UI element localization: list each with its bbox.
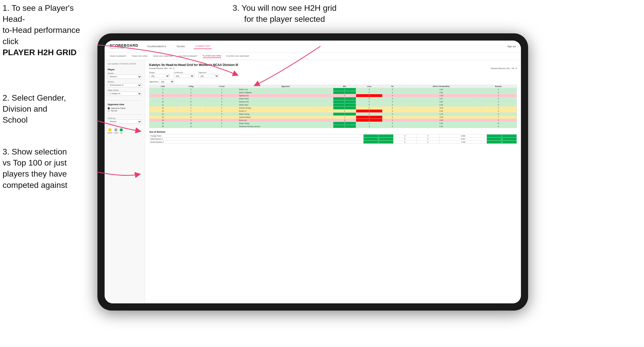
- record-row: Overall Record: 353 - 34 - 6 Division Re…: [149, 67, 517, 70]
- conference-filter[interactable]: (All): [174, 74, 194, 78]
- sign-out[interactable]: Sign out: [507, 45, 516, 48]
- region-filter[interactable]: (All): [149, 74, 170, 78]
- th-diff: Diff Av Strokes/Rnd: [402, 85, 480, 88]
- out-of-division-row: Foreign Team 1 0 0 4.500 2: [149, 134, 517, 138]
- subnav-team-h2h-heatmap[interactable]: TEAM H2H HEATMAP: [153, 54, 174, 58]
- subnav-player-h2h-grid[interactable]: PLAYER H2H GRID: [203, 54, 221, 58]
- timestamp: Last Updated: 27/03/2024 16:55:38: [108, 63, 142, 65]
- th-opponent: Opponent: [238, 85, 333, 88]
- out-of-division-table: Foreign Team 1 0 0 4.500 2 NAIA Division…: [149, 134, 517, 144]
- tablet-frame: SCOREBOARD Powered by clippd TOURNAMENTS…: [97, 33, 528, 311]
- content-area: Katelyn Vo Head-to-Head Grid for Women's…: [145, 60, 521, 303]
- th-rounds: Rounds: [480, 85, 517, 88]
- table-row: 11 2 5 Heejo Hyun 1 0 0 3.33 3: [149, 103, 517, 107]
- table-row: 18 2 2 Euna Lee 0 2 0 -5.00 2: [149, 119, 517, 122]
- instruction-top-right: 3. You will now see H2H gridfor the play…: [210, 3, 359, 25]
- radio-top100[interactable]: Top 100: [108, 110, 142, 112]
- table-row: 5 2 2 Alexis Sudjianto 1 0 0 4.00 3: [149, 91, 517, 94]
- th-loss: Loss: [356, 85, 382, 88]
- instruction-top-left: 1. To see a Player's Head- to-Head perfo…: [3, 3, 97, 58]
- division-label: Division: [108, 81, 142, 83]
- opponent-filter[interactable]: (All): [198, 74, 219, 78]
- th-win: Win: [333, 85, 356, 88]
- colour-by-label: Colour by: [108, 117, 142, 119]
- instruction-bottom-left: 3. Show selection vs Top 100 or just pla…: [3, 146, 90, 191]
- legend: Down Level Up: [108, 128, 142, 134]
- table-row: 9 1 4 Sharon Mun 1 0 0 3.67 3: [149, 97, 517, 100]
- opponents-select[interactable]: (All): [159, 80, 174, 84]
- out-of-division-row: NAIA Division 1 15 0 0 9.267 30: [149, 138, 517, 141]
- table-row: 6 3 3 Sydney Kuo 0 1 0 -1.00 3: [149, 94, 517, 97]
- table-row: 13 1 1 Jessica Huang 1 0 0 -3.00 2: [149, 107, 517, 110]
- table-row: 20 11 7 Federica Domecq Lacroze 2 1 0 1.…: [149, 125, 517, 128]
- division-select[interactable]: NCAA Division III NCAA Division I NCAA D…: [108, 83, 142, 87]
- player-rank-label: Player (Rank): [108, 89, 142, 91]
- subnav-team-summary[interactable]: TEAM SUMMARY: [110, 54, 126, 58]
- nav-committee[interactable]: COMMITTEE: [194, 44, 212, 49]
- instruction-mid-left: 2. Select Gender, Division and School: [3, 92, 90, 126]
- player-select[interactable]: 8. Katelyn Vo: [108, 92, 142, 96]
- main-content: Last Updated: 27/03/2024 16:55:38 Player…: [105, 60, 521, 303]
- main-table: # Div # Reg # Conf Opponent Win Loss Tie…: [149, 85, 517, 128]
- th-conf: # Conf: [206, 85, 238, 88]
- th-reg: # Reg: [176, 85, 206, 88]
- nav-teams[interactable]: TEAMS: [175, 44, 187, 49]
- out-of-division-row: NCAA Division 2 5 0 0 7.400 10: [149, 141, 517, 144]
- subnav-player-summary[interactable]: PLAYER SUMMARY: [179, 54, 198, 58]
- radio-dot-opponents: [108, 107, 110, 109]
- table-row: 3 1 1 Esther Lee 1 0 0 1.50 4: [149, 88, 517, 91]
- colour-by-select[interactable]: Win/loss: [108, 120, 142, 124]
- gender-select[interactable]: Women's Men's: [108, 75, 142, 79]
- radio-dot-top100: [108, 110, 110, 112]
- opponent-view-label: Opponent view: [108, 103, 142, 106]
- gender-label: Gender: [108, 72, 142, 74]
- player-section-title: Player: [108, 68, 142, 71]
- content-title: Katelyn Vo Head-to-Head Grid for Women's…: [149, 63, 517, 67]
- table-row: 19 10 6 Emily Chang 4 1 0 0.30 11: [149, 122, 517, 125]
- table-row: 16 3 7 Jessica Mason 1 2 0 -0.94 7: [149, 116, 517, 119]
- subnav-player-h2h-heatmap[interactable]: PLAYER H2H HEATMAP: [226, 54, 249, 58]
- opponents-label: Opponents: (All): [149, 80, 517, 84]
- sub-nav: TEAM SUMMARY TEAM H2H GRID TEAM H2H HEAT…: [105, 52, 521, 60]
- sidebar: Last Updated: 27/03/2024 16:55:38 Player…: [105, 60, 145, 303]
- filters-section: Region (All) Conference (All) Opponent (…: [149, 72, 517, 78]
- tablet-screen: SCOREBOARD Powered by clippd TOURNAMENTS…: [105, 41, 521, 303]
- th-div: # Div: [149, 85, 176, 88]
- table-row: 10 6 3 Andrea York 2 0 0 4.00 4: [149, 100, 517, 103]
- legend-dot-level: [114, 128, 117, 131]
- table-row: 14 7 4 Eunice Yi 2 2 0 0.38 9: [149, 110, 517, 113]
- th-tie: Tie: [383, 85, 402, 88]
- legend-dot-down: [108, 128, 112, 131]
- app-header: SCOREBOARD Powered by clippd TOURNAMENTS…: [105, 41, 521, 52]
- legend-dot-up: [120, 128, 123, 131]
- subnav-team-h2h-grid[interactable]: TEAM H2H GRID: [132, 54, 148, 58]
- nav-tournaments[interactable]: TOURNAMENTS: [145, 44, 168, 49]
- table-row: 15 8 5 Stella Cheng 1 0 0 1.25 4: [149, 113, 517, 116]
- logo: SCOREBOARD Powered by clippd: [110, 44, 138, 49]
- radio-opponents-played[interactable]: Opponents Played: [108, 107, 142, 109]
- out-of-division-title: Out of division: [149, 131, 517, 133]
